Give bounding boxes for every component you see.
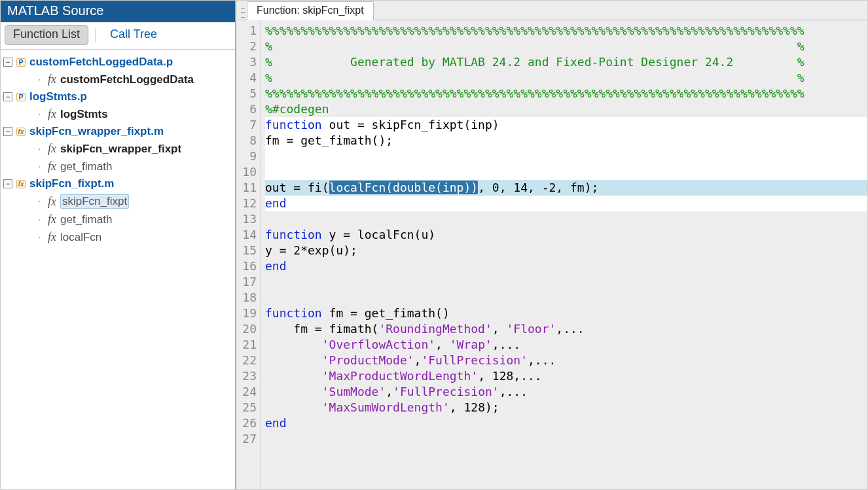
code-line[interactable]: y = 2*exp(u);: [265, 243, 867, 258]
code-line[interactable]: function y = localFcn(u): [265, 227, 867, 243]
code-token: y = localFcn(u): [329, 228, 436, 241]
line-number: 23: [236, 368, 257, 384]
file-fx-icon: [15, 126, 27, 137]
code-line[interactable]: [265, 211, 867, 227]
tree-fn-label[interactable]: skipFcn_fixpt: [60, 194, 129, 209]
line-number: 5: [236, 86, 257, 101]
drag-grip-icon[interactable]: [240, 7, 245, 20]
code-line[interactable]: [265, 274, 867, 290]
code-token: [265, 338, 322, 351]
tree-file-row[interactable]: −logStmts.p: [2, 88, 234, 105]
tree-fn-row[interactable]: ·fxlogStmts: [2, 105, 234, 123]
code-line[interactable]: function fm = get_fimath(): [265, 306, 867, 321]
line-number: 26: [236, 415, 257, 431]
tree-fn-row[interactable]: ·fxcustomFetchLoggedData: [2, 71, 234, 88]
code-line[interactable]: % %: [265, 39, 867, 54]
line-number: 7: [236, 117, 257, 133]
code-line[interactable]: [265, 431, 867, 447]
code-token: end: [265, 416, 287, 430]
line-number: 24: [236, 384, 257, 400]
fx-icon: fx: [48, 107, 56, 121]
code-line[interactable]: % Generated by MATLAB 24.2 and Fixed-Poi…: [265, 54, 867, 70]
code-token: 'OverflowAction': [322, 338, 435, 351]
tree-collapse-toggle[interactable]: −: [3, 58, 12, 67]
editor-tab-bar: Function: skipFcn_fixpt: [236, 1, 867, 20]
code-token: 'RoundingMethod': [378, 322, 492, 336]
editor-tab[interactable]: Function: skipFcn_fixpt: [247, 1, 374, 20]
code-token: 'SumMode': [322, 385, 386, 398]
code-token: ,: [435, 338, 450, 351]
code-token: % Generated by MATLAB 24.2 and Fixed-Poi…: [265, 55, 805, 69]
line-number: 2: [236, 39, 257, 54]
tree-branch-dot: ·: [33, 160, 45, 173]
sidebar: MATLAB Source Function List Call Tree −c…: [1, 1, 236, 489]
tab-call-tree[interactable]: Call Tree: [102, 26, 165, 44]
code-line[interactable]: %%%%%%%%%%%%%%%%%%%%%%%%%%%%%%%%%%%%%%%%…: [265, 86, 867, 101]
tree-file-label[interactable]: skipFcn_fixpt.m: [29, 177, 114, 190]
code-token: 'MaxSumWordLength': [322, 400, 450, 414]
code-line[interactable]: end: [265, 196, 867, 211]
tree-fn-label[interactable]: customFetchLoggedData: [60, 73, 194, 86]
tree-fn-label[interactable]: localFcn: [60, 231, 101, 244]
code-token: %%%%%%%%%%%%%%%%%%%%%%%%%%%%%%%%%%%%%%%%…: [265, 24, 805, 37]
code-line[interactable]: 'OverflowAction', 'Wrap',...: [265, 337, 867, 353]
tree-fn-row[interactable]: ·fxget_fimath: [2, 211, 234, 228]
fx-icon: fx: [48, 195, 56, 209]
code-line[interactable]: [265, 149, 867, 164]
line-number: 21: [236, 337, 257, 353]
tree-fn-label[interactable]: skipFcn_wrapper_fixpt: [60, 143, 181, 156]
tree-fn-row[interactable]: ·fxlocalFcn: [2, 228, 234, 246]
tree-file-row[interactable]: −skipFcn_fixpt.m: [2, 175, 234, 192]
tree-fn-label[interactable]: get_fimath: [60, 213, 112, 226]
code-line[interactable]: fm = get_fimath();: [265, 133, 867, 149]
code-line[interactable]: fm = fimath('RoundingMethod', 'Floor',..…: [265, 321, 867, 337]
code-body[interactable]: %%%%%%%%%%%%%%%%%%%%%%%%%%%%%%%%%%%%%%%%…: [261, 20, 867, 489]
code-line[interactable]: out = fi(localFcn(double(inp)), 0, 14, -…: [265, 180, 867, 196]
tree-collapse-toggle[interactable]: −: [3, 92, 12, 101]
code-token: [265, 369, 322, 383]
selected-expression: localFcn(double(inp)): [329, 181, 479, 194]
tree-fn-label[interactable]: logStmts: [60, 108, 108, 121]
code-line[interactable]: end: [265, 258, 867, 274]
code-token: end: [265, 196, 287, 210]
code-line[interactable]: end: [265, 415, 867, 431]
fx-icon: fx: [48, 73, 56, 86]
line-number: 13: [236, 211, 257, 227]
code-line[interactable]: % %: [265, 70, 867, 86]
code-line[interactable]: function out = skipFcn_fixpt(inp): [265, 117, 867, 133]
tree-fn-row[interactable]: ·fxskipFcn_fixpt: [2, 192, 234, 211]
tree-fn-label[interactable]: get_fimath: [60, 160, 112, 173]
code-line[interactable]: [265, 290, 867, 306]
code-line[interactable]: %#codegen: [265, 101, 867, 117]
code-line[interactable]: 'MaxProductWordLength', 128,...: [265, 368, 867, 384]
line-number: 12: [236, 196, 257, 211]
fx-icon: fx: [48, 230, 56, 244]
tree-file-row[interactable]: −customFetchLoggedData.p: [2, 54, 234, 71]
fx-icon: fx: [48, 160, 56, 173]
tree-file-label[interactable]: logStmts.p: [29, 90, 87, 103]
line-number: 9: [236, 149, 257, 164]
editor-area[interactable]: 1234567891011121314151617181920212223242…: [236, 20, 867, 489]
tree-fn-row[interactable]: ·fxget_fimath: [2, 158, 234, 175]
code-token: %#codegen: [265, 102, 329, 116]
tab-function-list[interactable]: Function List: [5, 25, 88, 45]
code-token: function: [265, 228, 329, 241]
tab-separator: [95, 28, 96, 43]
code-token: ,: [386, 385, 393, 398]
tree-file-row[interactable]: −skipFcn_wrapper_fixpt.m: [2, 123, 234, 140]
code-line[interactable]: %%%%%%%%%%%%%%%%%%%%%%%%%%%%%%%%%%%%%%%%…: [265, 23, 867, 39]
code-line[interactable]: 'ProductMode','FullPrecision',...: [265, 353, 867, 368]
tree-file-label[interactable]: customFetchLoggedData.p: [29, 56, 173, 69]
tree-branch-dot: ·: [33, 143, 45, 156]
line-number: 19: [236, 306, 257, 321]
tree-fn-row[interactable]: ·fxskipFcn_wrapper_fixpt: [2, 140, 234, 158]
tree-collapse-toggle[interactable]: −: [3, 127, 12, 136]
code-line[interactable]: 'SumMode','FullPrecision',...: [265, 384, 867, 400]
tree-branch-dot: ·: [33, 231, 45, 244]
code-line[interactable]: 'MaxSumWordLength', 128);: [265, 400, 867, 415]
tree-file-label[interactable]: skipFcn_wrapper_fixpt.m: [29, 125, 164, 138]
tree-collapse-toggle[interactable]: −: [3, 179, 12, 188]
code-line[interactable]: [265, 164, 867, 180]
code-token: 'Wrap': [450, 338, 492, 351]
line-number: 25: [236, 400, 257, 415]
